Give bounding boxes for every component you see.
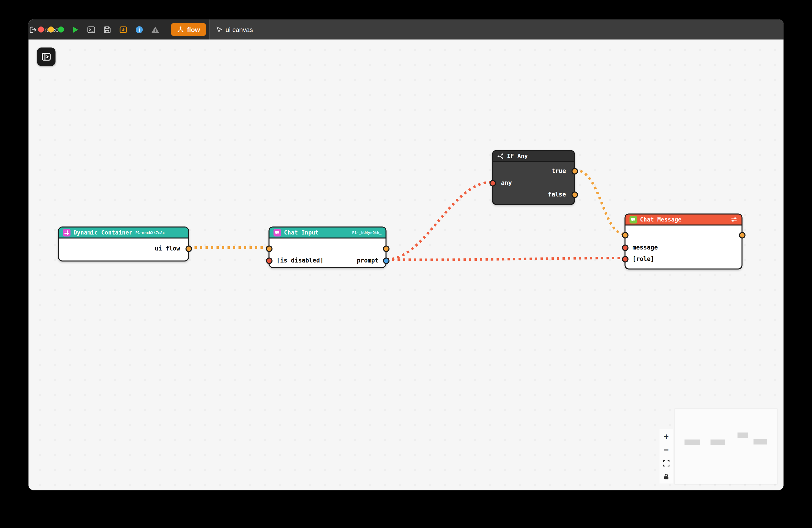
port-is-disabled-input[interactable] (266, 257, 272, 264)
traffic-light-zoom[interactable] (58, 27, 64, 32)
port-role-input[interactable] (622, 256, 628, 262)
node-chat-input[interactable]: Chat Input P1-_bU4ynQth_ [is disabled] p… (269, 226, 387, 268)
port-any-input[interactable] (489, 180, 496, 186)
download-icon (119, 25, 128, 34)
traffic-light-close[interactable] (38, 27, 44, 32)
node-chat-message[interactable]: Chat Message message [role] (624, 214, 742, 269)
fit-view-icon (663, 459, 670, 467)
node-title: Chat Input (284, 229, 319, 236)
lock-button[interactable] (661, 471, 672, 482)
run-flow-button[interactable] (71, 25, 79, 34)
traffic-light-minimize[interactable] (48, 27, 54, 32)
fit-view-button[interactable] (661, 457, 672, 469)
terminal-icon (87, 25, 96, 34)
port-flow-output[interactable] (383, 245, 389, 252)
node-title: Chat Message (640, 216, 682, 223)
port-label-prompt: prompt (357, 256, 378, 264)
port-ui-flow-output[interactable] (185, 245, 192, 252)
message-icon (629, 216, 637, 223)
port-label-role: [role] (633, 255, 654, 263)
node-id: P1-mncbXk7cAc (135, 230, 164, 235)
terminal-button[interactable] (87, 25, 96, 34)
screen: Projects (0, 0, 812, 528)
warnings-button[interactable] (151, 25, 160, 34)
info-icon (135, 25, 144, 34)
sidebar-toggle-button[interactable] (37, 47, 56, 66)
node-if-any-header[interactable]: IF Any (493, 151, 574, 162)
minimap-node (684, 440, 700, 445)
port-prompt-output[interactable] (383, 257, 389, 264)
port-label-true: true (551, 167, 566, 175)
port-true-output[interactable] (571, 168, 578, 174)
warning-icon (151, 25, 160, 34)
node-dynamic-container[interactable]: Dynamic Container P1-mncbXk7cAc ui flow (58, 226, 189, 262)
port-label-any: any (501, 179, 512, 187)
port-false-output[interactable] (571, 191, 578, 198)
play-icon (71, 25, 79, 34)
node-if-any[interactable]: IF Any true any false (492, 150, 575, 205)
edge-true-to-chatmessage (575, 170, 624, 234)
canvas-cursor-icon (216, 26, 222, 33)
minimap[interactable] (675, 409, 777, 484)
port-label-message: message (633, 244, 658, 251)
ui-canvas-tab-label: ui canvas (226, 26, 253, 33)
save-button[interactable] (103, 25, 112, 34)
node-title: IF Any (507, 152, 528, 160)
node-chat-message-header[interactable]: Chat Message (625, 215, 741, 225)
port-label-is-disabled: [is disabled] (276, 256, 323, 264)
node-chat-input-header[interactable]: Chat Input P1-_bU4ynQth_ (270, 228, 386, 238)
app-window: Projects (29, 19, 783, 490)
flow-canvas[interactable]: Dynamic Container P1-mncbXk7cAc ui flow … (29, 40, 783, 490)
minimap-node (754, 439, 767, 444)
lock-icon (663, 473, 670, 480)
traffic-lights (38, 19, 64, 40)
zoom-out-button[interactable]: − (661, 444, 672, 455)
flow-icon (177, 26, 184, 33)
port-flow-input[interactable] (266, 245, 272, 252)
port-message-input[interactable] (622, 244, 628, 251)
minimap-node (738, 432, 748, 438)
grid-icon (63, 229, 71, 236)
info-button[interactable] (135, 25, 144, 34)
port-flow-input[interactable] (622, 232, 628, 238)
minimap-node (710, 440, 725, 445)
panel-left-icon (41, 52, 52, 62)
node-id: P1-_bU4ynQth_ (352, 230, 381, 235)
tab-flow[interactable]: flow (171, 23, 206, 36)
port-label-ui-flow: ui flow (155, 245, 180, 252)
branch-icon (497, 152, 504, 160)
node-dynamic-container-header[interactable]: Dynamic Container P1-mncbXk7cAc (59, 228, 188, 238)
projects-icon (29, 25, 37, 34)
export-button[interactable] (119, 25, 128, 34)
titlebar: Projects (29, 19, 783, 40)
canvas-controls: + − (659, 429, 673, 484)
chat-icon (274, 229, 281, 236)
port-flow-output[interactable] (739, 232, 745, 238)
node-title: Dynamic Container (73, 229, 132, 236)
edge-prompt-to-role (387, 258, 624, 260)
save-icon (103, 25, 112, 34)
sliders-icon[interactable] (730, 216, 738, 223)
flow-tab-label: flow (187, 26, 200, 33)
zoom-in-button[interactable]: + (661, 430, 672, 441)
port-label-false: false (548, 191, 566, 199)
edge-prompt-to-ifany (387, 182, 492, 260)
